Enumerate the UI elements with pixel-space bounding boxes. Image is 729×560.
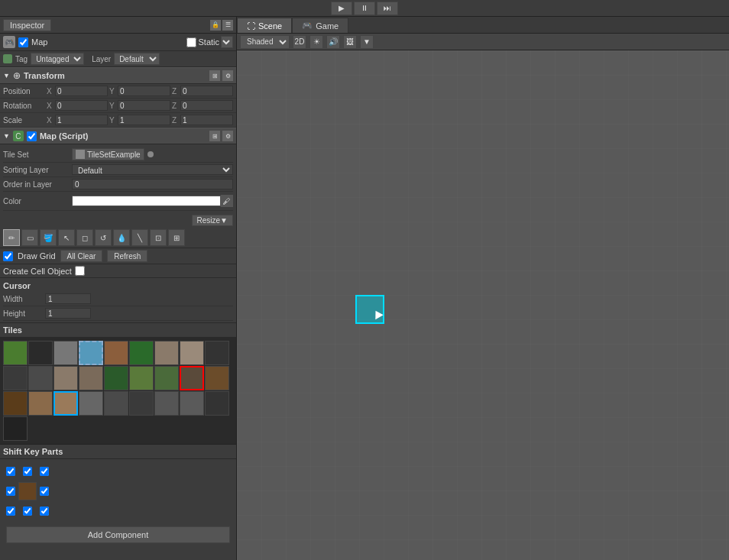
- position-y-input[interactable]: [118, 86, 170, 96]
- select-tool[interactable]: ↖: [58, 229, 75, 246]
- shading-select[interactable]: Shaded: [240, 35, 290, 49]
- object-row: 🎮 Map Static ▼: [0, 34, 236, 51]
- light-icon-btn[interactable]: ☀: [309, 35, 323, 49]
- tile-item[interactable]: [104, 391, 128, 416]
- play-button[interactable]: ▶: [331, 2, 352, 15]
- rotation-z-input[interactable]: [180, 100, 233, 111]
- shift-bc-checkbox[interactable]: [23, 507, 32, 516]
- tile-item[interactable]: [180, 366, 204, 390]
- rotation-y-input[interactable]: [118, 100, 170, 111]
- transform-collapse-icon[interactable]: ▼: [3, 72, 10, 79]
- map-script-collapse-icon[interactable]: ▼: [3, 132, 10, 140]
- tile-item[interactable]: [180, 391, 204, 416]
- scale-x-input[interactable]: [55, 115, 108, 125]
- shift-bl-checkbox[interactable]: [6, 507, 15, 516]
- game-tab[interactable]: 🎮 Game: [292, 18, 348, 33]
- eyedropper-button[interactable]: 🖋: [221, 195, 233, 207]
- add-component-button[interactable]: Add Component: [6, 526, 230, 543]
- rect-tool[interactable]: ▭: [21, 229, 38, 246]
- shift-tl-checkbox[interactable]: [6, 467, 15, 476]
- tile-item[interactable]: [53, 341, 78, 365]
- rotation-x-input[interactable]: [55, 100, 108, 111]
- position-z-input[interactable]: [180, 86, 233, 96]
- transform-paste-icon[interactable]: ⊞: [209, 70, 220, 81]
- draw-grid-checkbox[interactable]: [3, 251, 13, 261]
- static-checkbox[interactable]: [186, 37, 196, 47]
- shift-tc-checkbox[interactable]: [23, 467, 32, 476]
- tile-item[interactable]: [129, 391, 154, 416]
- lock-icon[interactable]: 🔒: [210, 20, 221, 31]
- map-script-enabled[interactable]: [27, 131, 37, 141]
- pencil-tool[interactable]: ✏: [3, 229, 20, 246]
- erase-tool[interactable]: ◻: [76, 229, 93, 246]
- map-script-menu-icon[interactable]: ⚙: [222, 131, 233, 141]
- pause-button[interactable]: ⏸: [354, 2, 375, 15]
- stamp-tool[interactable]: ⊡: [150, 229, 167, 246]
- tile-item[interactable]: [28, 366, 53, 390]
- resize-button[interactable]: Resize▼: [192, 215, 233, 226]
- tile-item[interactable]: [28, 341, 53, 365]
- tile-item[interactable]: [154, 366, 179, 390]
- gizmo-icon-btn[interactable]: ▼: [360, 35, 374, 49]
- scale-z-input[interactable]: [180, 115, 233, 125]
- order-in-layer-input[interactable]: [72, 179, 233, 189]
- audio-icon-btn[interactable]: 🔊: [326, 35, 340, 49]
- rotation-x-label: X: [47, 102, 54, 110]
- tileset-select-dot[interactable]: [147, 151, 154, 157]
- step-button[interactable]: ⏭: [377, 2, 398, 15]
- color-preview[interactable]: [72, 196, 221, 206]
- sorting-layer-row: Sorting Layer Default: [3, 163, 233, 177]
- menu-icon[interactable]: ☰: [222, 20, 233, 31]
- tile-item[interactable]: [3, 391, 28, 416]
- shift-mr-checkbox[interactable]: [40, 487, 49, 496]
- inspector-tab[interactable]: Inspector: [3, 19, 51, 31]
- sorting-layer-label: Sorting Layer: [3, 166, 72, 174]
- tile-item[interactable]: [53, 391, 78, 416]
- tile-item[interactable]: [129, 366, 154, 390]
- scale-y-input[interactable]: [118, 115, 170, 125]
- tile-item[interactable]: [3, 416, 28, 441]
- tile-item[interactable]: [79, 341, 103, 365]
- tile-item[interactable]: [205, 366, 229, 390]
- rotate-tool[interactable]: ↺: [95, 229, 112, 246]
- tileset-box[interactable]: TileSetExample: [72, 148, 144, 160]
- extra-tool[interactable]: ⊞: [168, 229, 185, 246]
- shift-tr-checkbox[interactable]: [40, 467, 49, 476]
- fx-icon-btn[interactable]: 🖼: [343, 35, 357, 49]
- tile-item[interactable]: [129, 341, 154, 365]
- tile-item[interactable]: [154, 341, 179, 365]
- sorting-layer-select[interactable]: Default: [72, 164, 233, 175]
- shift-key-title: Shift Key Parts: [0, 445, 236, 459]
- static-dropdown-select[interactable]: ▼: [221, 36, 233, 48]
- tile-item[interactable]: [104, 341, 128, 365]
- tag-select[interactable]: Untagged: [31, 53, 84, 65]
- tile-item[interactable]: [205, 341, 229, 365]
- map-script-paste-icon[interactable]: ⊞: [209, 131, 220, 141]
- shift-ml-checkbox[interactable]: [6, 487, 15, 496]
- fill-tool[interactable]: 🪣: [40, 229, 57, 246]
- tile-item[interactable]: [154, 391, 179, 416]
- layer-select[interactable]: Default: [114, 53, 160, 65]
- scene-tab[interactable]: ⛶ Scene: [237, 18, 292, 33]
- tile-item[interactable]: [3, 341, 28, 365]
- tile-item[interactable]: [205, 391, 229, 416]
- tile-item[interactable]: [79, 366, 103, 390]
- object-enabled-checkbox[interactable]: [18, 37, 28, 47]
- tile-item[interactable]: [104, 366, 128, 390]
- shift-br-checkbox[interactable]: [40, 507, 49, 516]
- height-input[interactable]: [45, 308, 91, 319]
- create-cell-checkbox[interactable]: [75, 266, 85, 276]
- width-input[interactable]: [45, 293, 91, 304]
- tile-item[interactable]: [28, 391, 53, 416]
- transform-menu-icon[interactable]: ⚙: [222, 70, 233, 81]
- all-clear-button[interactable]: All Clear: [60, 250, 103, 262]
- eyedropper-tool[interactable]: 💧: [113, 229, 130, 246]
- 2d-button[interactable]: 2D: [293, 35, 306, 49]
- tile-item[interactable]: [3, 366, 28, 390]
- tile-item[interactable]: [53, 366, 78, 390]
- position-x-input[interactable]: [55, 86, 108, 96]
- line-tool[interactable]: ╲: [131, 229, 148, 246]
- tile-item[interactable]: [180, 341, 204, 365]
- refresh-button[interactable]: Refresh: [107, 250, 147, 262]
- tile-item[interactable]: [79, 391, 103, 416]
